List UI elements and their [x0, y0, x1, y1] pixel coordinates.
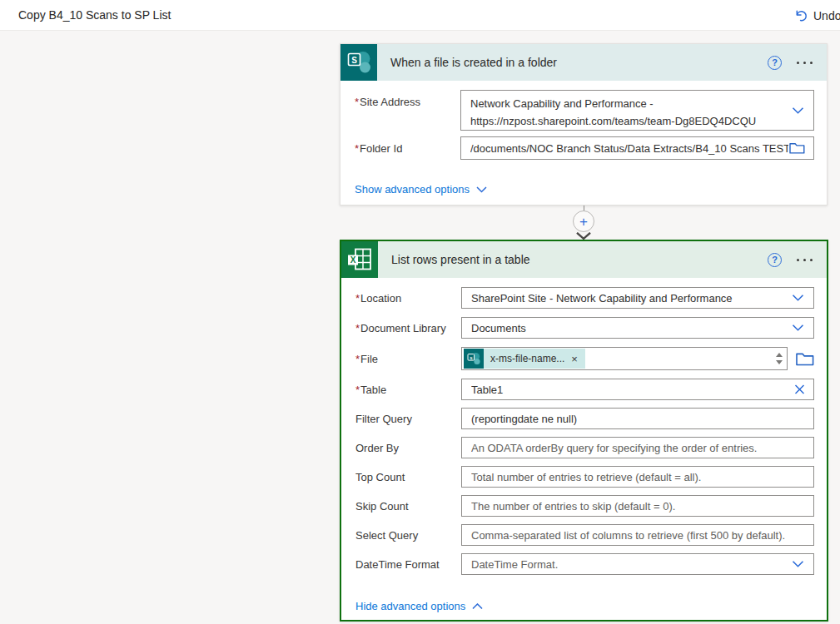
table-row: *Table — [355, 379, 814, 400]
file-spinner[interactable] — [776, 353, 783, 364]
document-library-label: *Document Library — [355, 322, 461, 334]
trigger-title: When a file is created in a folder — [390, 56, 768, 69]
folder-id-row: *Folder Id — [355, 136, 814, 160]
excel-icon: X — [341, 241, 378, 278]
datetime-format-dropdown[interactable]: DateTime Format. — [461, 553, 814, 575]
document-library-dropdown[interactable]: Documents — [461, 317, 814, 339]
location-row: *Location SharePoint Site - Network Capa… — [355, 287, 814, 309]
site-address-value-line2: https://nzpost.sharepoint.com/teams/team… — [470, 112, 756, 130]
show-advanced-options-link[interactable]: Show advanced options — [355, 183, 487, 196]
insert-step-button[interactable]: + — [573, 210, 594, 232]
skip-count-label: Skip Count — [355, 500, 461, 513]
site-address-value-line1: Network Capability and Performance - — [470, 95, 756, 112]
svg-text:S: S — [351, 56, 357, 65]
trigger-card-header[interactable]: S When a file is created in a folder ? — [340, 44, 827, 81]
undo-button[interactable]: Undo — [794, 0, 840, 31]
table-label: *Table — [355, 384, 461, 396]
select-query-input[interactable] — [461, 524, 814, 546]
select-query-label: Select Query — [355, 529, 461, 542]
required-asterisk: * — [355, 96, 359, 108]
chevron-up-icon — [472, 603, 483, 610]
topbar: Copy B4_10 Scans to SP List Undo — [0, 0, 840, 31]
top-count-row: Top Count — [355, 466, 814, 488]
chevron-down-icon[interactable] — [792, 295, 804, 302]
hide-advanced-options-link[interactable]: Hide advanced options — [355, 600, 483, 612]
top-count-label: Top Count — [355, 471, 461, 483]
step-connector: + — [572, 206, 595, 240]
skip-count-input[interactable] — [461, 495, 814, 517]
chevron-down-icon — [476, 186, 487, 193]
sharepoint-icon: S — [340, 44, 377, 81]
folder-picker-icon[interactable] — [789, 142, 805, 155]
file-row: *File s — [355, 347, 814, 370]
chevron-down-icon[interactable] — [792, 324, 804, 332]
site-address-row: *Site Address Network Capability and Per… — [355, 90, 814, 131]
undo-icon — [794, 9, 808, 22]
datetime-format-row: DateTime Format DateTime Format. — [355, 553, 814, 575]
file-picker-folder-icon[interactable] — [796, 352, 814, 366]
chevron-down-icon[interactable] — [792, 106, 804, 114]
order-by-row: Order By — [355, 437, 814, 458]
svg-text:X: X — [350, 255, 356, 265]
folder-id-label: *Folder Id — [355, 142, 460, 155]
action-card: X List rows present in a table ? *Locati… — [340, 240, 828, 622]
help-icon[interactable]: ? — [768, 253, 782, 267]
action-title: List rows present in a table — [391, 253, 768, 266]
filter-query-input[interactable] — [461, 408, 814, 429]
folder-id-input[interactable] — [460, 136, 814, 160]
table-input[interactable] — [461, 379, 814, 400]
arrow-down-icon — [575, 232, 592, 240]
action-card-header[interactable]: X List rows present in a table ? — [341, 241, 827, 278]
required-asterisk: * — [355, 142, 359, 155]
ellipsis-menu-icon[interactable] — [795, 57, 814, 68]
file-input[interactable]: s x-ms-file-name... × — [461, 347, 788, 370]
filter-query-label: Filter Query — [355, 413, 461, 425]
ellipsis-menu-icon[interactable] — [795, 255, 814, 265]
location-dropdown[interactable]: SharePoint Site - Network Capability and… — [461, 287, 814, 309]
undo-label: Undo — [813, 9, 840, 22]
filter-query-row: Filter Query — [355, 408, 814, 429]
top-count-input[interactable] — [461, 466, 814, 488]
skip-count-row: Skip Count — [355, 495, 814, 517]
help-icon[interactable]: ? — [768, 56, 782, 70]
order-by-label: Order By — [355, 442, 461, 454]
document-library-row: *Document Library Documents — [355, 317, 814, 339]
order-by-input[interactable] — [461, 437, 814, 458]
flow-title: Copy B4_10 Scans to SP List — [18, 8, 171, 22]
select-query-row: Select Query — [355, 524, 814, 546]
location-value: SharePoint Site - Network Capability and… — [471, 292, 733, 305]
datetime-format-label: DateTime Format — [355, 558, 461, 571]
location-label: *Location — [355, 292, 461, 305]
file-label: *File — [355, 353, 461, 365]
site-address-label: *Site Address — [355, 90, 460, 108]
file-token-label: x-ms-file-name... — [490, 353, 564, 364]
flow-canvas: S When a file is created in a folder ? *… — [0, 31, 840, 624]
trigger-card: S When a file is created in a folder ? *… — [340, 43, 828, 206]
token-close-icon[interactable]: × — [571, 354, 578, 364]
site-address-dropdown[interactable]: Network Capability and Performance - htt… — [460, 90, 814, 131]
sharepoint-token-icon: s — [464, 349, 484, 369]
chevron-down-icon[interactable] — [792, 561, 804, 568]
file-token[interactable]: s x-ms-file-name... × — [464, 349, 585, 369]
document-library-value: Documents — [471, 322, 526, 334]
datetime-format-placeholder: DateTime Format. — [471, 558, 558, 571]
spinner-up-icon[interactable] — [776, 353, 783, 357]
clear-x-icon[interactable] — [794, 384, 805, 395]
spinner-down-icon[interactable] — [776, 360, 783, 364]
